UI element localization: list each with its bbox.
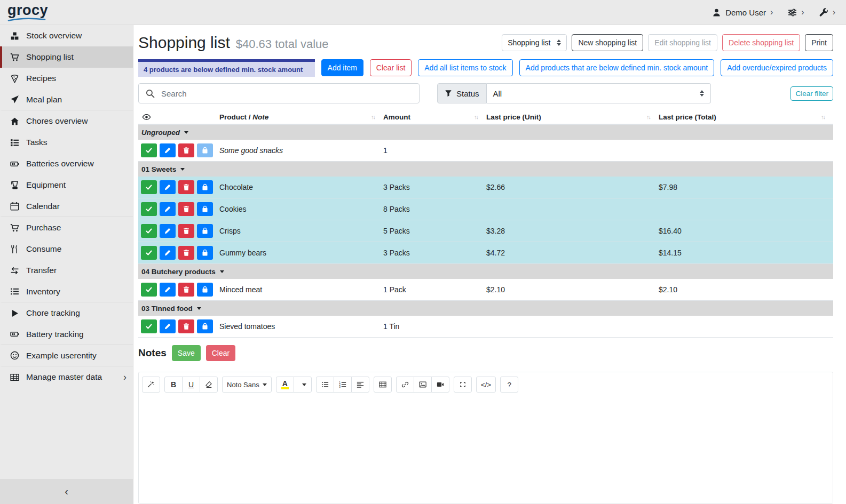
amount-cell: 1 Pack	[383, 285, 486, 294]
done-button[interactable]	[141, 319, 157, 333]
sidebar-item-shopping-list[interactable]: Shopping list	[0, 46, 133, 68]
sidebar-item-manage-master-data[interactable]: Manage master data	[0, 366, 133, 388]
exchange-icon	[9, 266, 20, 275]
purchase-button[interactable]	[197, 224, 213, 238]
purchase-button[interactable]	[197, 202, 213, 216]
edit-button[interactable]	[160, 143, 176, 157]
insert-video-button[interactable]	[431, 377, 449, 393]
done-button[interactable]	[141, 202, 157, 216]
group-row-sweets[interactable]: 01 Sweets	[138, 162, 833, 177]
clear-formatting-button[interactable]	[200, 377, 218, 393]
edit-button[interactable]	[160, 224, 176, 238]
sidebar-item-recipes[interactable]: Recipes	[0, 68, 133, 89]
insert-table-button[interactable]	[374, 377, 392, 393]
purchase-button[interactable]	[197, 283, 213, 297]
print-button[interactable]: Print	[805, 34, 833, 51]
edit-button[interactable]	[160, 180, 176, 194]
status-select[interactable]: All	[487, 83, 711, 103]
save-notes-button[interactable]: Save	[172, 345, 201, 361]
search-input[interactable]	[161, 84, 419, 103]
purchase-button[interactable]	[197, 143, 213, 157]
sidebar-item-purchase[interactable]: Purchase	[0, 217, 133, 238]
main-content: Shopping list $40.63 total value Shoppin…	[133, 25, 846, 504]
done-button[interactable]	[141, 283, 157, 297]
purchase-button[interactable]	[197, 180, 213, 194]
sidebar-item-tasks[interactable]: Tasks	[0, 132, 133, 153]
done-button[interactable]	[141, 246, 157, 260]
sidebar-item-chores-overview[interactable]: Chores overview	[0, 110, 133, 132]
sidebar-item-batteries-overview[interactable]: Batteries overview	[0, 153, 133, 174]
insert-link-button[interactable]	[396, 377, 414, 393]
sidebar-item-consume[interactable]: Consume	[0, 238, 133, 260]
purchase-button[interactable]	[197, 246, 213, 260]
paragraph-align-button[interactable]	[351, 377, 369, 393]
shopping-list-select[interactable]: Shopping list	[502, 34, 567, 51]
sidebar-item-battery-tracking[interactable]: Battery tracking	[0, 324, 133, 345]
sidebar-item-transfer[interactable]: Transfer	[0, 260, 133, 281]
add-item-button[interactable]: Add item	[321, 59, 363, 76]
edit-shopping-list-button[interactable]: Edit shopping list	[648, 34, 717, 51]
add-all-to-stock-button[interactable]: Add all list items to stock	[418, 59, 512, 76]
delete-button[interactable]	[178, 283, 194, 297]
font-color-button[interactable]: A	[276, 377, 294, 393]
grocy-logo[interactable]: grocy	[7, 3, 48, 21]
delete-button[interactable]	[178, 224, 194, 238]
edit-button[interactable]	[160, 246, 176, 260]
add-overdue-button[interactable]: Add overdue/expired products	[721, 59, 833, 76]
unordered-list-button[interactable]	[316, 377, 334, 393]
style-magic-button[interactable]	[142, 377, 160, 393]
group-row-tinned-food[interactable]: 03 Tinned food	[138, 301, 833, 316]
insert-picture-button[interactable]	[414, 377, 432, 393]
delete-button[interactable]	[178, 319, 194, 333]
font-color-dropdown[interactable]	[294, 377, 312, 393]
sidebar-item-inventory[interactable]: Inventory	[0, 281, 133, 302]
group-row-butchery[interactable]: 04 Butchery products	[138, 264, 833, 279]
below-min-stock-alert[interactable]: 4 products are below defined min. stock …	[138, 59, 315, 77]
sidebar-item-stock-overview[interactable]: Stock overview	[0, 25, 133, 46]
delete-button[interactable]	[178, 180, 194, 194]
sidebar-item-calendar[interactable]: Calendar	[0, 196, 133, 217]
purchase-button[interactable]	[197, 319, 213, 333]
clear-notes-button[interactable]: Clear	[206, 345, 235, 361]
done-button[interactable]	[141, 143, 157, 157]
col-header-amount[interactable]: Amount	[383, 113, 486, 121]
col-header-last-price-total[interactable]: Last price (Total)	[659, 113, 833, 121]
col-header-product[interactable]: Product / Note	[219, 113, 383, 121]
sidebar-item-equipment[interactable]: Equipment	[0, 174, 133, 196]
edit-button[interactable]	[160, 202, 176, 216]
sidebar-collapse-button[interactable]	[0, 479, 133, 504]
settings-menu[interactable]	[788, 7, 804, 17]
delete-shopping-list-button[interactable]: Delete shopping list	[722, 34, 800, 51]
list-icon	[9, 287, 20, 296]
last-price-total-cell: $2.10	[659, 285, 833, 294]
done-button[interactable]	[141, 224, 157, 238]
add-below-min-stock-button[interactable]: Add products that are below defined min.…	[519, 59, 715, 76]
ordered-list-button[interactable]	[334, 377, 352, 393]
user-menu[interactable]: Demo User	[712, 7, 773, 17]
delete-button[interactable]	[178, 246, 194, 260]
col-header-last-price-unit[interactable]: Last price (Unit)	[486, 113, 659, 121]
notes-editor-area[interactable]	[139, 397, 833, 503]
group-row-ungrouped[interactable]: Ungrouped	[138, 125, 833, 140]
new-shopping-list-button[interactable]: New shopping list	[572, 34, 643, 51]
help-button[interactable]: ?	[500, 377, 518, 393]
sidebar-item-chore-tracking[interactable]: Chore tracking	[0, 302, 133, 324]
admin-menu[interactable]	[819, 7, 835, 17]
clear-list-button[interactable]: Clear list	[370, 59, 412, 76]
bold-button[interactable]: B	[164, 377, 183, 393]
edit-button[interactable]	[160, 283, 176, 297]
delete-button[interactable]	[178, 202, 194, 216]
underline-button[interactable]: U	[182, 377, 200, 393]
code-view-button[interactable]: </>	[476, 377, 496, 393]
fullscreen-button[interactable]	[454, 377, 472, 393]
delete-button[interactable]	[178, 143, 194, 157]
sidebar-item-meal-plan[interactable]: Meal plan	[0, 89, 133, 110]
font-family-dropdown[interactable]: Noto Sans	[222, 377, 272, 393]
topbar: grocy Demo User	[0, 0, 846, 25]
clear-filter-button[interactable]: Clear filter	[790, 86, 833, 101]
sidebar-item-example-userentity[interactable]: Example userentity	[0, 345, 133, 366]
last-price-unit-cell: $4.72	[486, 249, 659, 257]
edit-button[interactable]	[160, 319, 176, 333]
done-button[interactable]	[141, 180, 157, 194]
user-icon	[712, 8, 721, 17]
